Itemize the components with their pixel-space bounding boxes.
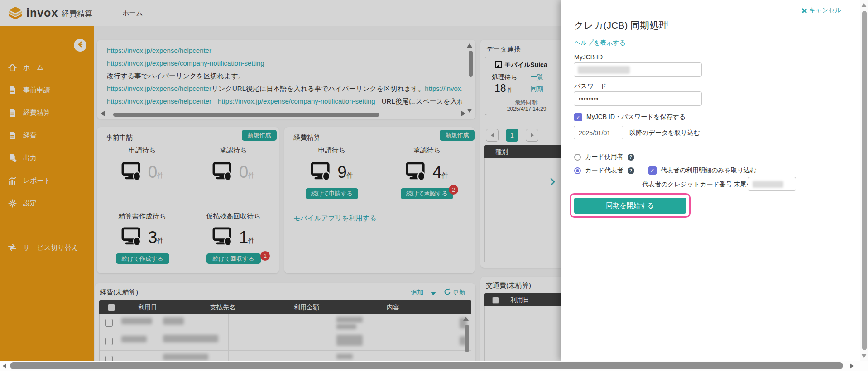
cancel-button[interactable]: キャンセル — [801, 6, 842, 14]
app-window: invox 経費精算 ホーム ホーム 事前申請 — [0, 0, 868, 371]
id-label: MyJCB ID — [574, 53, 603, 61]
scroll-up-arrow[interactable] — [861, 3, 867, 7]
redacted-value — [578, 66, 630, 74]
panel-scrollbar-thumb[interactable] — [862, 11, 867, 350]
save-credentials-checkbox[interactable]: ✓ — [574, 113, 582, 121]
redacted-value — [753, 181, 783, 188]
password-label: パスワード — [574, 82, 606, 90]
cancel-label: キャンセル — [809, 6, 842, 14]
owner-only-checkbox[interactable]: ✓ — [648, 166, 657, 175]
myjcb-id-input[interactable] — [574, 62, 702, 77]
question-icon[interactable]: ? — [628, 167, 634, 174]
import-date-suffix: 以降のデータを取り込む — [629, 129, 700, 137]
card-owner-label: カード代表者 — [585, 166, 623, 175]
card-user-radio[interactable] — [574, 154, 581, 161]
horizontal-scrollbar-thumb[interactable] — [10, 362, 843, 369]
password-input[interactable]: •••••••• — [574, 91, 702, 106]
help-link[interactable]: ヘルプを表示する — [574, 39, 626, 47]
scroll-down-arrow[interactable] — [861, 354, 867, 358]
card-user-label: カード使用者 — [585, 153, 623, 161]
question-icon[interactable]: ? — [628, 154, 634, 161]
card-owner-row: カード代表者 ? ✓ 代表者の利用明細のみを取り込む — [574, 166, 757, 175]
jcb-sync-panel: キャンセル クレカ(JCB) 同期処理 ヘルプを表示する MyJCB ID パス… — [561, 0, 868, 361]
page-horizontal-scrollbar[interactable] — [0, 361, 868, 371]
import-date-input[interactable]: 2025/01/01 — [574, 126, 623, 139]
owner-only-label: 代表者の利用明細のみを取り込む — [661, 166, 757, 175]
card-last4-label: 代表者のクレジットカード番号 末尾4桁 — [642, 181, 756, 189]
panel-title: クレカ(JCB) 同期処理 — [574, 19, 668, 32]
card-user-row: カード使用者 ? — [574, 153, 634, 161]
scroll-right-arrow[interactable] — [850, 363, 854, 369]
scroll-left-arrow[interactable] — [2, 363, 6, 369]
card-owner-radio[interactable] — [574, 167, 581, 174]
save-credentials-label: MyJCB ID・パスワードを保存する — [586, 113, 686, 121]
save-credentials-row: ✓ MyJCB ID・パスワードを保存する — [574, 113, 686, 121]
start-sync-button[interactable]: 同期を開始する — [574, 198, 686, 214]
card-last4-input[interactable] — [748, 177, 796, 191]
close-icon — [801, 8, 807, 13]
